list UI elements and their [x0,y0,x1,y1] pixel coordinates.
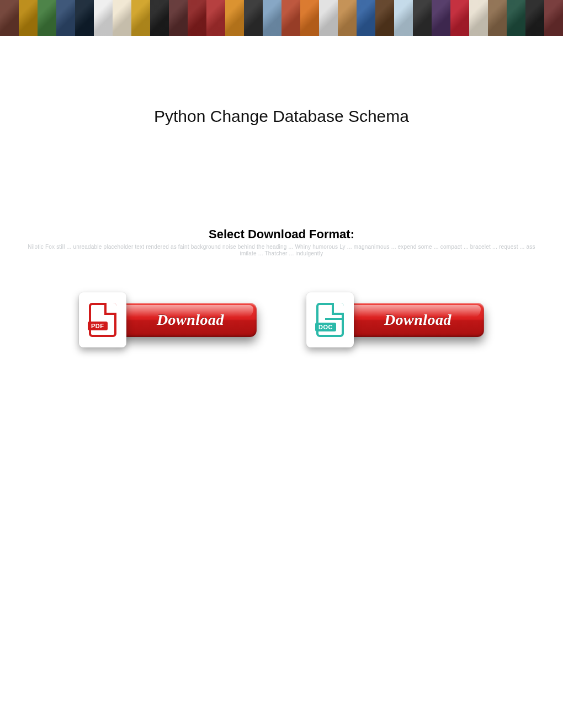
banner-tile [38,0,56,36]
banner-tile [394,0,413,36]
doc-icon-label: DOC [315,323,336,331]
banner-tile [19,0,38,36]
banner-tile [225,0,244,36]
banner-tile [94,0,113,36]
banner-tile [75,0,94,36]
pdf-file-icon: PDF [79,292,126,347]
format-heading: Select Download Format: [0,227,563,242]
banner-tile [544,0,563,36]
banner-tile [319,0,338,36]
download-pdf-group: PDF Download [79,292,257,347]
banner-tile [488,0,507,36]
banner-tile [338,0,357,36]
collage-banner [0,0,563,36]
doc-file-icon: DOC [306,292,354,347]
download-doc-button[interactable]: Download [346,303,484,337]
obscured-subtext: Nilotic Fox still ... unreadable placeho… [28,244,535,257]
banner-tile [188,0,206,36]
banner-tile [0,0,19,36]
banner-tile [131,0,150,36]
page-title: Python Change Database Schema [0,107,563,126]
pdf-glyph-icon: PDF [89,303,116,337]
doc-glyph-icon: DOC [316,303,344,337]
banner-tile [169,0,188,36]
banner-tile [413,0,432,36]
download-pdf-button[interactable]: Download [119,303,257,337]
pdf-icon-label: PDF [88,322,108,330]
banner-tile [56,0,75,36]
banner-tile [375,0,394,36]
banner-tile [263,0,282,36]
banner-tile [525,0,544,36]
banner-tile [469,0,488,36]
banner-tile [507,0,525,36]
banner-tile [282,0,300,36]
banner-tile [300,0,319,36]
banner-tile [450,0,469,36]
banner-tile [113,0,131,36]
banner-tile [150,0,169,36]
banner-tile [244,0,263,36]
download-row: PDF Download DOC Download [0,292,563,347]
banner-tile [432,0,450,36]
banner-tile [206,0,225,36]
download-doc-group: DOC Download [306,292,484,347]
banner-tile [357,0,375,36]
